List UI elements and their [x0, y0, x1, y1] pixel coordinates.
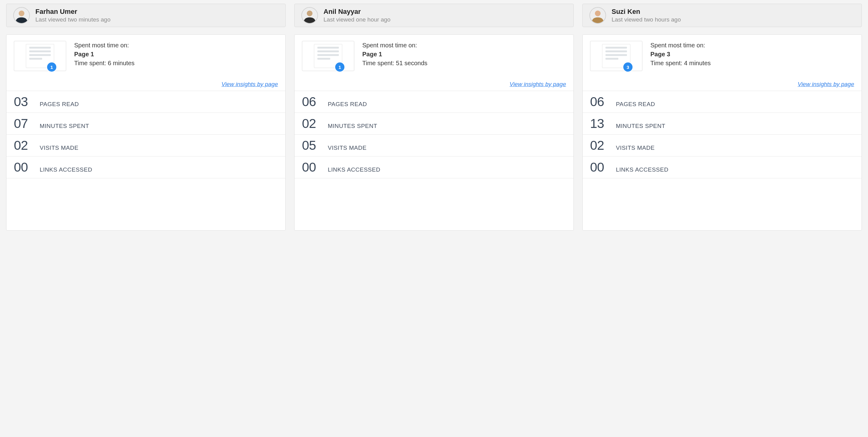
viewer-name: Suzi Ken [612, 7, 681, 16]
stat-label: PAGES READ [616, 101, 655, 108]
view-insights-link[interactable]: View insights by page [798, 81, 854, 87]
stat-value: 00 [590, 161, 610, 174]
top-page-name: Page 3 [650, 50, 854, 59]
page-number-badge: 1 [47, 62, 56, 72]
stat-links-accessed: 00 LINKS ACCESSED [6, 157, 285, 178]
stat-value: 00 [14, 161, 34, 174]
viewer-identity: Anil Nayyar Last viewed one hour ago [323, 7, 391, 23]
stat-label: VISITS MADE [616, 144, 655, 151]
spent-most-time-label: Spent most time on: [74, 41, 278, 50]
stat-label: LINKS ACCESSED [40, 166, 92, 173]
time-spent-line: Time spent: 51 seconds [362, 59, 566, 68]
page-thumbnail[interactable]: 1 [14, 41, 66, 71]
viewer-last-viewed: Last viewed two minutes ago [35, 16, 111, 23]
stat-value: 00 [302, 161, 322, 174]
spent-most-time-label: Spent most time on: [362, 41, 566, 50]
viewer-last-viewed: Last viewed two hours ago [612, 16, 681, 23]
time-spent-line: Time spent: 6 minutes [74, 59, 278, 68]
stat-value: 03 [14, 95, 34, 108]
viewer-last-viewed: Last viewed one hour ago [323, 16, 391, 23]
top-page-name: Page 1 [74, 50, 278, 59]
stat-label: PAGES READ [40, 101, 79, 108]
stat-label: MINUTES SPENT [40, 123, 89, 130]
top-page-text: Spent most time on: Page 1 Time spent: 5… [362, 41, 566, 68]
stat-label: MINUTES SPENT [616, 123, 665, 130]
time-spent-value: 4 minutes [684, 60, 711, 66]
insights-board: Farhan Umer Last viewed two minutes ago … [0, 0, 868, 240]
time-spent-line: Time spent: 4 minutes [650, 59, 854, 68]
view-insights-wrap: View insights by page [302, 81, 566, 88]
avatar [589, 7, 606, 24]
viewer-name: Farhan Umer [35, 7, 111, 16]
stat-label: PAGES READ [328, 101, 367, 108]
stat-value: 05 [302, 139, 322, 152]
top-page-name: Page 1 [362, 50, 566, 59]
viewer-card: Farhan Umer Last viewed two minutes ago … [6, 4, 286, 231]
stat-value: 06 [302, 95, 322, 108]
avatar [301, 7, 318, 24]
viewer-card-body: 1 Spent most time on: Page 1 Time spent:… [294, 34, 574, 231]
stat-label: LINKS ACCESSED [616, 166, 669, 173]
page-thumbnail[interactable]: 1 [302, 41, 354, 71]
avatar [13, 7, 30, 24]
viewer-card-header: Suzi Ken Last viewed two hours ago [582, 4, 862, 27]
viewer-identity: Suzi Ken Last viewed two hours ago [612, 7, 681, 23]
top-page-summary: 3 Spent most time on: Page 3 Time spent:… [583, 35, 862, 91]
time-spent-value: 6 minutes [108, 60, 134, 66]
stat-value: 02 [14, 139, 34, 152]
svg-point-3 [307, 10, 313, 16]
viewer-card: Suzi Ken Last viewed two hours ago 3 Spe… [582, 4, 862, 231]
view-insights-wrap: View insights by page [14, 81, 278, 88]
stat-links-accessed: 00 LINKS ACCESSED [583, 157, 862, 178]
viewer-card: Anil Nayyar Last viewed one hour ago 1 S… [294, 4, 574, 231]
stat-label: MINUTES SPENT [328, 123, 377, 130]
stat-minutes-spent: 02 MINUTES SPENT [294, 113, 574, 135]
stat-value: 06 [590, 95, 610, 108]
stat-visits-made: 02 VISITS MADE [583, 135, 862, 157]
viewer-card-body: 1 Spent most time on: Page 1 Time spent:… [6, 34, 286, 231]
stat-label: LINKS ACCESSED [328, 166, 380, 173]
stat-value: 07 [14, 117, 34, 130]
top-page-summary: 1 Spent most time on: Page 1 Time spent:… [6, 35, 285, 91]
top-page-summary: 1 Spent most time on: Page 1 Time spent:… [294, 35, 574, 91]
time-spent-value: 51 seconds [396, 60, 427, 66]
viewer-card-body: 3 Spent most time on: Page 3 Time spent:… [582, 34, 862, 231]
stat-label: VISITS MADE [328, 144, 367, 151]
page-number-badge: 1 [335, 62, 344, 72]
stat-pages-read: 03 PAGES READ [6, 91, 285, 113]
stat-visits-made: 05 VISITS MADE [294, 135, 574, 157]
stat-visits-made: 02 VISITS MADE [6, 135, 285, 157]
stat-links-accessed: 00 LINKS ACCESSED [294, 157, 574, 178]
view-insights-wrap: View insights by page [590, 81, 854, 88]
viewer-identity: Farhan Umer Last viewed two minutes ago [35, 7, 111, 23]
stat-label: VISITS MADE [40, 144, 79, 151]
page-thumbnail[interactable]: 3 [590, 41, 642, 71]
top-page-text: Spent most time on: Page 1 Time spent: 6… [74, 41, 278, 68]
view-insights-link[interactable]: View insights by page [222, 81, 278, 87]
stat-pages-read: 06 PAGES READ [583, 91, 862, 113]
svg-point-5 [595, 10, 601, 16]
viewer-card-header: Farhan Umer Last viewed two minutes ago [6, 4, 286, 27]
stat-value: 02 [302, 117, 322, 130]
stat-value: 13 [590, 117, 610, 130]
viewer-name: Anil Nayyar [323, 7, 391, 16]
view-insights-link[interactable]: View insights by page [510, 81, 566, 87]
viewer-card-header: Anil Nayyar Last viewed one hour ago [294, 4, 574, 27]
spent-most-time-label: Spent most time on: [650, 41, 854, 50]
stat-pages-read: 06 PAGES READ [294, 91, 574, 113]
stat-value: 02 [590, 139, 610, 152]
stat-minutes-spent: 07 MINUTES SPENT [6, 113, 285, 135]
stat-minutes-spent: 13 MINUTES SPENT [583, 113, 862, 135]
svg-point-1 [19, 10, 25, 16]
page-number-badge: 3 [623, 62, 632, 72]
top-page-text: Spent most time on: Page 3 Time spent: 4… [650, 41, 854, 68]
